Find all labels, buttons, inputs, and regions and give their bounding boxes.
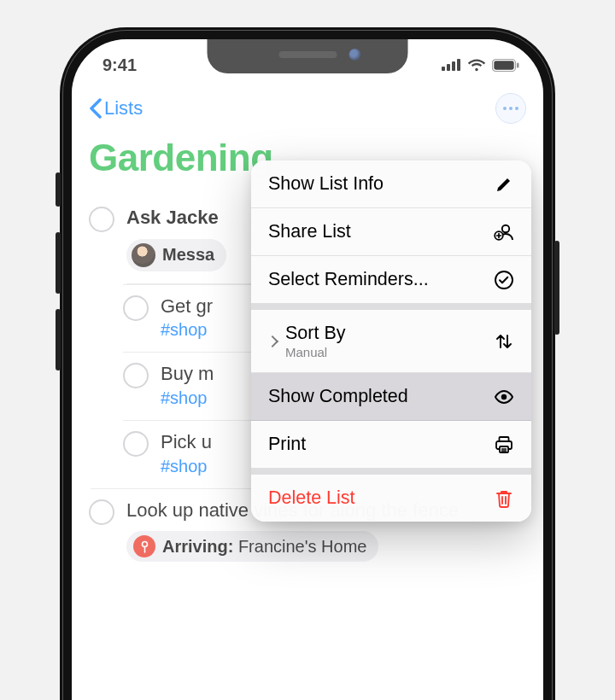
menu-label: Delete List <box>268 487 355 509</box>
complete-toggle[interactable] <box>123 431 149 457</box>
menu-label: Print <box>268 434 306 455</box>
svg-rect-5 <box>494 61 513 69</box>
menu-show-list-info[interactable]: Show List Info <box>251 160 531 208</box>
trash-icon <box>494 488 514 509</box>
pencil-icon <box>494 174 514 195</box>
menu-share-list[interactable]: Share List <box>251 208 531 256</box>
menu-label: Select Reminders... <box>268 269 429 290</box>
location-chip[interactable]: Arriving: Francine's Home <box>126 531 378 562</box>
menu-label: Sort By <box>285 323 346 344</box>
location-chip-label: Arriving: Francine's Home <box>162 537 366 557</box>
chevron-right-icon <box>266 335 278 347</box>
complete-toggle[interactable] <box>89 207 114 232</box>
svg-rect-1 <box>447 64 450 71</box>
cellular-icon <box>442 59 461 71</box>
wifi-icon <box>467 58 486 72</box>
menu-label: Show List Info <box>268 173 384 195</box>
silent-switch <box>56 172 61 207</box>
volume-down-button <box>56 309 61 370</box>
checkmark-circle-icon <box>494 270 514 290</box>
avatar <box>132 243 155 267</box>
more-button[interactable] <box>495 93 526 124</box>
location-pin-icon <box>133 535 155 557</box>
back-label: Lists <box>104 97 143 120</box>
menu-sort-by[interactable]: Sort By Manual <box>251 310 531 373</box>
eye-icon <box>494 387 514 407</box>
menu-sublabel: Manual <box>285 345 346 359</box>
printer-icon <box>494 435 514 455</box>
menu-delete-list[interactable]: Delete List <box>251 475 531 522</box>
menu-select-reminders[interactable]: Select Reminders... <box>251 256 531 310</box>
complete-toggle[interactable] <box>89 499 114 525</box>
svg-point-9 <box>502 225 509 231</box>
nav-bar: Lists <box>89 85 526 131</box>
svg-rect-6 <box>517 62 519 67</box>
svg-rect-2 <box>452 61 455 71</box>
menu-print[interactable]: Print <box>251 421 531 475</box>
side-button <box>554 241 559 335</box>
person-add-icon <box>494 222 514 242</box>
menu-show-completed[interactable]: Show Completed <box>251 373 531 421</box>
status-indicators <box>442 58 519 72</box>
complete-toggle[interactable] <box>123 363 149 388</box>
svg-rect-3 <box>457 59 460 71</box>
notch <box>208 39 408 73</box>
context-menu: Show List Info Share List Select Reminde… <box>251 160 531 522</box>
message-chip[interactable]: Messa <box>126 239 226 271</box>
svg-point-12 <box>501 394 507 399</box>
status-time: 9:41 <box>102 55 137 75</box>
message-chip-label: Messa <box>162 245 214 265</box>
complete-toggle[interactable] <box>123 295 149 321</box>
volume-up-button <box>56 232 61 294</box>
menu-label: Show Completed <box>268 386 408 407</box>
screen: 9:41 Lists Gardening As <box>72 39 543 700</box>
sort-arrows-icon <box>494 331 514 352</box>
battery-icon <box>492 59 519 72</box>
back-button[interactable]: Lists <box>89 97 143 120</box>
device-frame: 9:41 Lists Gardening As <box>60 27 555 700</box>
chevron-left-icon <box>89 98 102 119</box>
menu-label: Share List <box>268 221 351 242</box>
svg-rect-0 <box>442 67 445 71</box>
